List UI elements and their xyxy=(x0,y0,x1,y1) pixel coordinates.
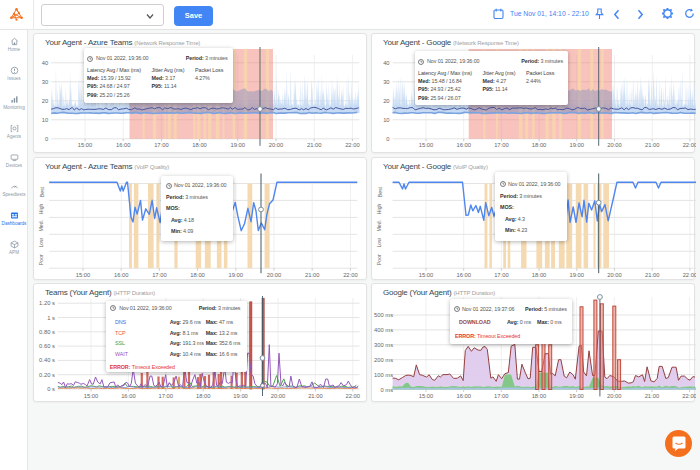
svg-text:22:00: 22:00 xyxy=(683,142,696,148)
svg-text:22:00: 22:00 xyxy=(346,393,361,399)
svg-text:Med.: Med. xyxy=(39,220,45,232)
svg-text:18:00: 18:00 xyxy=(190,272,205,278)
svg-text:19:00: 19:00 xyxy=(570,272,585,278)
svg-text:15:00: 15:00 xyxy=(78,142,93,148)
svg-text:19:00: 19:00 xyxy=(233,393,248,399)
svg-text:20:00: 20:00 xyxy=(271,393,286,399)
svg-text:100 ms: 100 ms xyxy=(374,372,393,378)
svg-text:15:00: 15:00 xyxy=(76,272,91,278)
svg-text:0.20 s: 0.20 s xyxy=(39,372,55,378)
svg-text:200 ms: 200 ms xyxy=(374,357,393,363)
svg-text:22:00: 22:00 xyxy=(345,142,360,148)
svg-text:21:00: 21:00 xyxy=(307,142,322,148)
svg-text:500 ms: 500 ms xyxy=(374,312,393,318)
svg-text:15:00: 15:00 xyxy=(419,142,434,148)
svg-text:0.80 s: 0.80 s xyxy=(39,329,55,335)
svg-text:17:00: 17:00 xyxy=(494,272,509,278)
svg-text:Best: Best xyxy=(39,186,45,197)
svg-text:19:00: 19:00 xyxy=(231,142,246,148)
svg-text:30: 30 xyxy=(383,79,389,85)
svg-text:16:00: 16:00 xyxy=(116,142,131,148)
svg-text:1.20 s: 1.20 s xyxy=(39,300,55,306)
svg-text:21:00: 21:00 xyxy=(308,393,323,399)
svg-text:20:00: 20:00 xyxy=(607,142,622,148)
svg-text:16:00: 16:00 xyxy=(456,272,471,278)
svg-text:Med.: Med. xyxy=(377,220,383,232)
svg-text:10: 10 xyxy=(42,117,48,123)
svg-text:16:00: 16:00 xyxy=(456,393,471,399)
svg-text:18:00: 18:00 xyxy=(532,272,547,278)
svg-text:18:00: 18:00 xyxy=(532,142,547,148)
svg-text:21:00: 21:00 xyxy=(645,142,660,148)
svg-text:16:00: 16:00 xyxy=(121,393,136,399)
svg-text:1 s: 1 s xyxy=(47,315,55,321)
svg-text:15:00: 15:00 xyxy=(419,393,434,399)
svg-text:20: 20 xyxy=(42,98,48,104)
svg-text:Low: Low xyxy=(377,238,383,248)
svg-text:Poor: Poor xyxy=(377,254,383,265)
svg-text:40: 40 xyxy=(42,60,48,66)
svg-text:21:00: 21:00 xyxy=(645,272,660,278)
svg-text:High: High xyxy=(377,203,383,214)
svg-text:30: 30 xyxy=(42,79,48,85)
svg-text:Low: Low xyxy=(39,238,45,248)
svg-text:19:00: 19:00 xyxy=(229,272,244,278)
svg-text:20:00: 20:00 xyxy=(267,272,282,278)
svg-text:16:00: 16:00 xyxy=(456,142,471,148)
svg-text:22:00: 22:00 xyxy=(343,272,358,278)
svg-text:18:00: 18:00 xyxy=(196,393,211,399)
svg-text:15:00: 15:00 xyxy=(419,272,434,278)
svg-text:0.60 s: 0.60 s xyxy=(39,343,55,349)
svg-text:0 s: 0 s xyxy=(47,386,55,392)
svg-text:21:00: 21:00 xyxy=(305,272,320,278)
svg-text:17:00: 17:00 xyxy=(154,142,169,148)
svg-text:17:00: 17:00 xyxy=(159,393,174,399)
svg-text:40: 40 xyxy=(383,60,389,66)
svg-text:0 ms: 0 ms xyxy=(381,387,394,393)
svg-text:22:00: 22:00 xyxy=(682,393,696,399)
svg-text:17:00: 17:00 xyxy=(494,142,509,148)
svg-text:0: 0 xyxy=(386,136,389,142)
svg-text:17:00: 17:00 xyxy=(152,272,167,278)
svg-text:19:00: 19:00 xyxy=(569,393,584,399)
svg-text:18:00: 18:00 xyxy=(192,142,207,148)
svg-text:20:00: 20:00 xyxy=(607,272,622,278)
svg-text:Poor: Poor xyxy=(39,254,45,265)
svg-text:19:00: 19:00 xyxy=(570,142,585,148)
svg-text:Best: Best xyxy=(377,186,383,197)
svg-text:0: 0 xyxy=(45,136,48,142)
svg-text:10: 10 xyxy=(383,117,389,123)
svg-text:16:00: 16:00 xyxy=(114,272,129,278)
svg-text:22:00: 22:00 xyxy=(683,272,696,278)
svg-text:20:00: 20:00 xyxy=(607,393,622,399)
svg-text:15:00: 15:00 xyxy=(84,393,99,399)
svg-text:17:00: 17:00 xyxy=(494,393,509,399)
svg-text:20:00: 20:00 xyxy=(269,142,284,148)
svg-text:300 ms: 300 ms xyxy=(374,342,393,348)
svg-text:0.40 s: 0.40 s xyxy=(39,357,55,363)
svg-text:21:00: 21:00 xyxy=(645,393,660,399)
svg-text:20: 20 xyxy=(383,98,389,104)
svg-text:400 ms: 400 ms xyxy=(374,327,393,333)
svg-text:High: High xyxy=(39,203,45,214)
svg-text:18:00: 18:00 xyxy=(532,393,547,399)
